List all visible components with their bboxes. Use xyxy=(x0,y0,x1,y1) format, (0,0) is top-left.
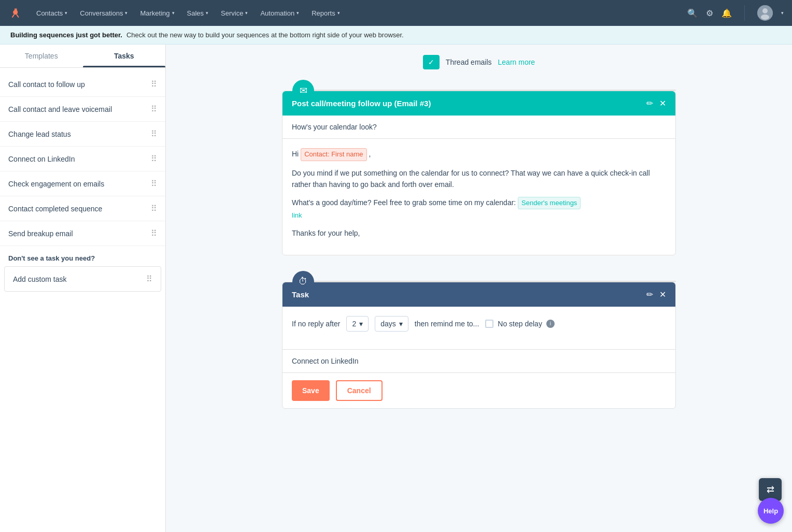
list-item[interactable]: Check engagement on emails ⠿ xyxy=(0,171,165,196)
edit-icon[interactable]: ✏ xyxy=(646,290,653,299)
sidebar-tabs: Templates Tasks xyxy=(0,45,165,68)
list-item[interactable]: Contact completed sequence ⠿ xyxy=(0,196,165,221)
thread-emails-label: Thread emails xyxy=(446,58,492,66)
chevron-down-icon: ▾ xyxy=(245,10,248,16)
unit-select[interactable]: days ▾ xyxy=(375,316,408,332)
drag-handle-icon[interactable]: ⠿ xyxy=(151,79,157,89)
learn-more-link[interactable]: Learn more xyxy=(498,58,535,66)
chevron-down-icon: ▾ xyxy=(125,10,128,16)
nav-item-reports[interactable]: Reports ▾ xyxy=(306,6,345,20)
chevron-down-icon: ▾ xyxy=(206,10,208,16)
close-icon[interactable]: ✕ xyxy=(659,290,666,299)
drag-handle-icon[interactable]: ⠿ xyxy=(151,228,157,238)
close-icon[interactable]: ✕ xyxy=(659,98,666,108)
nav-logo[interactable] xyxy=(8,6,23,20)
email-comma: , xyxy=(369,150,371,158)
save-button[interactable]: Save xyxy=(292,380,330,401)
main-layout: Templates Tasks Call contact to follow u… xyxy=(0,45,792,532)
nav-item-conversations[interactable]: Conversations ▾ xyxy=(75,6,133,20)
list-item[interactable]: Send breakup email ⠿ xyxy=(0,221,165,246)
step-connector-task: ⏱ xyxy=(282,271,676,282)
announcement-banner: Building sequences just got better. Chec… xyxy=(0,26,792,45)
info-icon[interactable]: i xyxy=(546,320,555,328)
sidebar-items-list: Call contact to follow up ⠿ Call contact… xyxy=(0,68,165,532)
email-hi-text: Hi xyxy=(292,150,301,158)
chevron-down-icon: ▾ xyxy=(399,320,403,328)
drag-handle-icon[interactable]: ⠿ xyxy=(151,204,157,213)
avatar-chevron-icon[interactable]: ▾ xyxy=(781,10,784,16)
email-body-paragraph-3: Thanks for your help, xyxy=(292,227,666,239)
drag-handle-icon[interactable]: ⠿ xyxy=(151,179,157,189)
top-navigation: Contacts ▾ Conversations ▾ Marketing ▾ S… xyxy=(0,0,792,26)
nav-item-service[interactable]: Service ▾ xyxy=(216,6,253,20)
nav-item-marketing[interactable]: Marketing ▾ xyxy=(135,6,179,20)
list-item[interactable]: Change lead status ⠿ xyxy=(0,122,165,147)
nav-divider xyxy=(744,5,745,21)
chevron-down-icon: ▾ xyxy=(359,320,363,328)
meetings-token-badge[interactable]: Sender's meetings xyxy=(518,197,581,210)
chevron-down-icon: ▾ xyxy=(172,10,175,16)
task-step-icon: ⏱ xyxy=(292,271,314,293)
nav-icons: 🔍 ⚙ 🔔 ▾ xyxy=(687,5,784,21)
no-step-delay-group: No step delay i xyxy=(485,320,555,328)
if-no-reply-label: If no reply after xyxy=(292,320,340,328)
email-body-paragraph-2: What's a good day/time? Feel free to gra… xyxy=(292,197,666,222)
help-button[interactable]: Help xyxy=(758,498,784,524)
task-card-header: Task ✏ ✕ xyxy=(282,282,675,307)
banner-bold-text: Building sequences just got better. xyxy=(10,31,122,39)
svg-point-0 xyxy=(14,11,17,14)
nav-item-contacts[interactable]: Contacts ▾ xyxy=(31,6,73,20)
gear-icon[interactable]: ⚙ xyxy=(706,8,713,18)
step-connector-email: ✉ xyxy=(282,80,676,91)
email-card: Post call/meeting follow up (Email #3) ✏… xyxy=(282,91,676,255)
chevron-down-icon: ▾ xyxy=(337,10,340,16)
list-item[interactable]: Call contact and leave voicemail ⠿ xyxy=(0,97,165,122)
tab-tasks[interactable]: Tasks xyxy=(83,45,166,67)
task-delay-row: If no reply after 2 ▾ days ▾ then remind… xyxy=(292,316,666,332)
thread-emails-toggle[interactable]: ✓ xyxy=(423,55,440,69)
chevron-down-icon: ▾ xyxy=(296,10,299,16)
task-step-name: Connect on LinkedIn xyxy=(282,349,675,372)
no-step-delay-label: No step delay xyxy=(498,320,542,328)
thread-emails-bar: ✓ Thread emails Learn more xyxy=(423,55,535,69)
email-body-paragraph-1: Do you mind if we put something on the c… xyxy=(292,167,666,191)
drag-handle-icon[interactable]: ⠿ xyxy=(151,129,157,139)
no-step-delay-checkbox[interactable] xyxy=(485,320,493,328)
search-icon[interactable]: 🔍 xyxy=(687,8,698,18)
meetings-link-text[interactable]: link xyxy=(292,211,302,219)
tab-templates[interactable]: Templates xyxy=(0,45,83,67)
drag-handle-icon[interactable]: ⠿ xyxy=(151,154,157,164)
nav-item-automation[interactable]: Automation ▾ xyxy=(255,6,304,20)
add-custom-task-item[interactable]: Add custom task ⠿ xyxy=(4,266,161,292)
number-select[interactable]: 2 ▾ xyxy=(346,316,369,332)
custom-task-label: Don't see a task you need? xyxy=(0,246,165,266)
nav-item-sales[interactable]: Sales ▾ xyxy=(182,6,214,20)
action-bar: Save Cancel xyxy=(282,372,675,408)
email-card-title: Post call/meeting follow up (Email #3) xyxy=(292,99,431,108)
chevron-down-icon: ▾ xyxy=(65,10,67,16)
task-body: If no reply after 2 ▾ days ▾ then remind… xyxy=(282,307,675,349)
email-subject: How's your calendar look? xyxy=(282,116,675,139)
email-card-actions: ✏ ✕ xyxy=(646,98,666,108)
drag-handle-icon[interactable]: ⠿ xyxy=(146,274,152,284)
contact-token-badge[interactable]: Contact: First name xyxy=(301,148,366,161)
svg-point-3 xyxy=(761,15,769,20)
task-card: Task ✏ ✕ If no reply after 2 ▾ days ▾ xyxy=(282,282,676,409)
bell-icon[interactable]: 🔔 xyxy=(722,8,732,18)
avatar[interactable] xyxy=(757,5,773,21)
sidebar: Templates Tasks Call contact to follow u… xyxy=(0,45,166,532)
then-remind-label: then remind me to... xyxy=(415,320,479,328)
checkmark-icon: ✓ xyxy=(428,58,434,66)
email-body: Hi Contact: First name , Do you mind if … xyxy=(282,139,675,255)
cancel-button[interactable]: Cancel xyxy=(336,380,383,401)
edit-icon[interactable]: ✏ xyxy=(646,98,653,108)
drag-handle-icon[interactable]: ⠿ xyxy=(151,104,157,114)
svg-point-2 xyxy=(762,8,768,13)
list-item[interactable]: Connect on LinkedIn ⠿ xyxy=(0,147,165,171)
task-card-actions: ✏ ✕ xyxy=(646,290,666,299)
email-card-header: Post call/meeting follow up (Email #3) ✏… xyxy=(282,91,675,116)
list-item[interactable]: Call contact to follow up ⠿ xyxy=(0,72,165,97)
banner-body-text: Check out the new way to build your sequ… xyxy=(126,31,404,39)
email-step-icon: ✉ xyxy=(292,80,314,102)
content-area: ✓ Thread emails Learn more ✉ Post call/m… xyxy=(166,45,792,532)
